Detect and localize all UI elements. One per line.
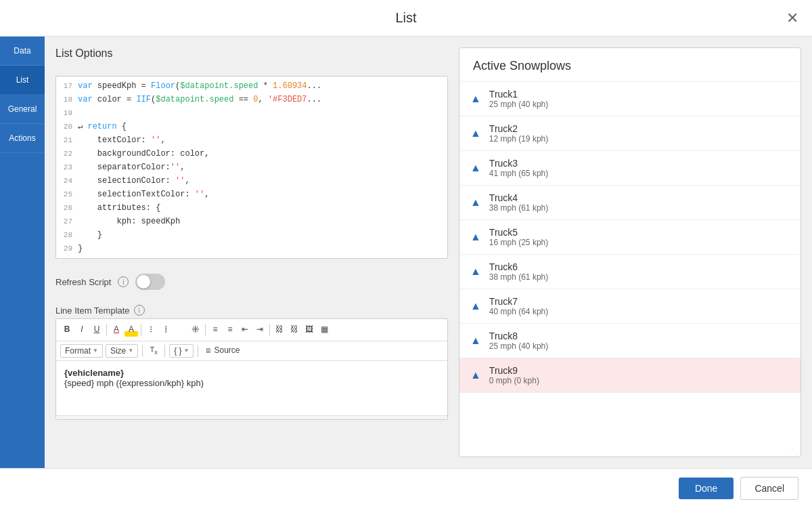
- custom-chevron-icon: ▼: [184, 347, 189, 354]
- truck-list: ▲ Truck1 25 mph (40 kph) ▲ Truck2 12 mph…: [459, 82, 800, 446]
- left-panel: List Options 17 var speedKph = Floor($da…: [55, 47, 448, 457]
- rte-bg-color-button[interactable]: A: [125, 322, 138, 337]
- rte-increase-indent-button[interactable]: ⇥: [253, 322, 267, 337]
- truck-item[interactable]: ▲ Truck4 38 mph (61 kph): [459, 186, 800, 220]
- rte-scrollbar[interactable]: [56, 415, 447, 419]
- rte-align-center-button[interactable]: ⁞: [159, 322, 173, 338]
- refresh-script-toggle[interactable]: [135, 274, 165, 290]
- truck-arrow-icon: ▲: [470, 301, 481, 312]
- code-line-26: 26 attributes: {: [56, 201, 447, 215]
- right-panel-title: Active Snowplows: [459, 48, 800, 82]
- cancel-button[interactable]: Cancel: [740, 477, 798, 500]
- rte-unlink-button[interactable]: ⛓: [288, 322, 301, 337]
- format-chevron-icon: ▼: [93, 347, 98, 354]
- truck-item[interactable]: ▲ Truck1 25 mph (40 kph): [459, 82, 800, 117]
- truck-speed: 0 mph (0 kph): [489, 376, 790, 385]
- code-line-22: 22 backgroundColor: color,: [56, 147, 447, 161]
- truck-info: Truck6 38 mph (61 kph): [489, 261, 790, 282]
- truck-name: Truck1: [489, 89, 790, 100]
- code-line-19: 19: [56, 106, 447, 120]
- truck-item[interactable]: ▲ Truck5 16 mph (25 kph): [459, 220, 800, 255]
- truck-item[interactable]: ▲ Truck9 0 mph (0 kph): [459, 358, 800, 393]
- truck-arrow-icon: ▲: [470, 93, 481, 104]
- panel-title: List Options: [55, 47, 448, 60]
- code-line-29: 29 }: [56, 242, 447, 255]
- code-line-20: 20 ↵ return {: [56, 120, 447, 133]
- rte-source-button[interactable]: 🗎 Source: [202, 343, 242, 358]
- rte-clear-format-button[interactable]: Tx: [147, 343, 160, 358]
- rte-numbered-button[interactable]: ≡: [223, 322, 237, 337]
- truck-item[interactable]: ▲ Truck7 40 mph (64 kph): [459, 289, 800, 324]
- template-label: Line Item Template i: [55, 305, 448, 316]
- modal-close-button[interactable]: ✕: [786, 11, 798, 26]
- rte-bold-button[interactable]: B: [60, 322, 74, 337]
- toggle-track: [135, 274, 165, 290]
- truck-arrow-icon: ▲: [470, 197, 481, 208]
- modal-body: Data List General Actions List Options: [0, 37, 812, 468]
- rte-sep6: [164, 345, 165, 357]
- refresh-script-label: Refresh Script: [55, 277, 111, 287]
- sidebar-item-list[interactable]: List: [0, 66, 45, 95]
- rte-align-justify-button[interactable]: ⁜: [189, 322, 202, 338]
- truck-info: Truck5 16 mph (25 kph): [489, 227, 790, 247]
- truck-name: Truck9: [489, 365, 790, 376]
- rte-custom-dropdown[interactable]: { } ▼: [169, 344, 194, 358]
- truck-info: Truck7 40 mph (64 kph): [489, 296, 790, 316]
- truck-arrow-icon: ▲: [470, 370, 481, 381]
- rte-underline-button[interactable]: U: [90, 322, 104, 337]
- truck-name: Truck3: [489, 158, 790, 169]
- done-button[interactable]: Done: [679, 478, 734, 499]
- sidebar-item-data[interactable]: Data: [0, 37, 45, 66]
- sidebar-item-general[interactable]: General: [0, 95, 45, 124]
- rte-link-button[interactable]: ⛓: [273, 322, 286, 337]
- truck-speed: 16 mph (25 kph): [489, 238, 790, 247]
- truck-info: Truck9 0 mph (0 kph): [489, 365, 790, 385]
- truck-speed: 41 mph (65 kph): [489, 169, 790, 178]
- truck-arrow-icon: ▲: [470, 232, 481, 242]
- rte-italic-button[interactable]: I: [75, 322, 89, 337]
- rte-table-button[interactable]: ▦: [317, 322, 331, 337]
- truck-name: Truck2: [489, 123, 790, 134]
- modal-header: List ✕: [0, 0, 812, 37]
- rte-decrease-indent-button[interactable]: ⇤: [238, 322, 252, 337]
- truck-info: Truck1 25 mph (40 kph): [489, 89, 790, 109]
- side-nav: Data List General Actions: [0, 37, 45, 468]
- code-line-17: 17 var speedKph = Floor($datapoint.speed…: [56, 79, 447, 93]
- size-chevron-icon: ▼: [128, 347, 133, 354]
- truck-name: Truck4: [489, 192, 790, 203]
- truck-item[interactable]: ▲ Truck3 41 mph (65 kph): [459, 151, 800, 186]
- toggle-thumb: [137, 275, 150, 289]
- rte-sep7: [198, 345, 198, 357]
- rte-sep5: [142, 345, 143, 357]
- code-line-25: 25 selectionTextColor: '',: [56, 188, 447, 201]
- rte-size-dropdown[interactable]: Size ▼: [106, 344, 138, 358]
- modal-title: List: [395, 10, 416, 26]
- template-info-icon: i: [134, 305, 145, 316]
- rte-bullets-button[interactable]: ≡: [208, 322, 222, 337]
- rte-content[interactable]: {vehiclename} {speed} mph ({expression/k…: [56, 361, 447, 415]
- truck-arrow-icon: ▲: [470, 128, 481, 139]
- code-lines: 17 var speedKph = Floor($datapoint.speed…: [56, 77, 447, 258]
- rte-image-button[interactable]: 🖼: [302, 322, 316, 337]
- rte-font-color-button[interactable]: A: [110, 322, 123, 337]
- truck-speed: 38 mph (61 kph): [489, 272, 790, 282]
- rte-align-left-button[interactable]: ⁝: [144, 322, 158, 338]
- modal-container: List ✕ Data List General Actions List Op…: [0, 0, 812, 508]
- truck-info: Truck3 41 mph (65 kph): [489, 158, 790, 178]
- code-editor[interactable]: 17 var speedKph = Floor($datapoint.speed…: [55, 76, 448, 259]
- truck-item[interactable]: ▲ Truck6 38 mph (61 kph): [459, 255, 800, 289]
- rte-format-dropdown[interactable]: Format ▼: [60, 344, 103, 358]
- rte-toolbar-row2: Format ▼ Size ▼ Tx { }: [56, 341, 447, 361]
- truck-info: Truck4 38 mph (61 kph): [489, 192, 790, 213]
- sidebar-item-actions[interactable]: Actions: [0, 124, 45, 153]
- resize-handle[interactable]: ⋱: [459, 446, 800, 457]
- truck-item[interactable]: ▲ Truck8 25 mph (40 kph): [459, 324, 800, 358]
- modal-footer: Done Cancel: [0, 468, 812, 508]
- refresh-script-info-icon: i: [118, 276, 129, 287]
- truck-info: Truck2 12 mph (19 kph): [489, 123, 790, 144]
- rte-align-right-button[interactable]: [174, 322, 187, 338]
- truck-item[interactable]: ▲ Truck2 12 mph (19 kph): [459, 117, 800, 151]
- truck-arrow-icon: ▲: [470, 266, 481, 277]
- truck-info: Truck8 25 mph (40 kph): [489, 331, 790, 351]
- rte-sep4: [269, 324, 270, 336]
